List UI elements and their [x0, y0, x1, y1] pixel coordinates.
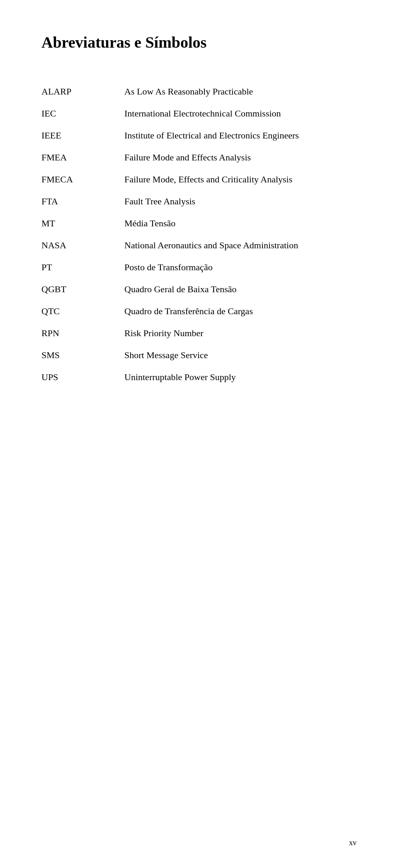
abbreviation-row: ALARPAs Low As Reasonably Practicable [41, 80, 357, 102]
abbreviation-row: NASANational Aeronautics and Space Admin… [41, 234, 357, 256]
abbreviation-row: IECInternational Electrotechnical Commis… [41, 102, 357, 124]
abbreviation-term: FTA [41, 190, 124, 212]
abbreviation-row: IEEEInstitute of Electrical and Electron… [41, 124, 357, 146]
abbreviations-table: ALARPAs Low As Reasonably PracticableIEC… [41, 80, 357, 388]
abbreviation-term: IEC [41, 102, 124, 124]
abbreviation-term: SMS [41, 344, 124, 366]
abbreviation-term: UPS [41, 366, 124, 388]
abbreviation-row: FTAFault Tree Analysis [41, 190, 357, 212]
page-title: Abreviaturas e Símbolos [41, 33, 357, 51]
abbreviation-row: FMECAFailure Mode, Effects and Criticali… [41, 168, 357, 190]
abbreviation-row: QGBTQuadro Geral de Baixa Tensão [41, 278, 357, 300]
abbreviation-definition: Failure Mode and Effects Analysis [124, 146, 357, 168]
page-number: xv [349, 839, 357, 847]
abbreviation-term: MT [41, 212, 124, 234]
abbreviation-row: FMEAFailure Mode and Effects Analysis [41, 146, 357, 168]
abbreviation-term: QGBT [41, 278, 124, 300]
abbreviation-definition: Média Tensão [124, 212, 357, 234]
abbreviation-term: ALARP [41, 80, 124, 102]
abbreviation-definition: National Aeronautics and Space Administr… [124, 234, 357, 256]
abbreviation-term: QTC [41, 300, 124, 322]
abbreviation-row: SMSShort Message Service [41, 344, 357, 366]
abbreviation-term: FMECA [41, 168, 124, 190]
abbreviation-definition: Quadro Geral de Baixa Tensão [124, 278, 357, 300]
abbreviation-term: FMEA [41, 146, 124, 168]
page: Abreviaturas e Símbolos ALARPAs Low As R… [0, 0, 398, 868]
abbreviation-term: PT [41, 256, 124, 278]
abbreviation-term: NASA [41, 234, 124, 256]
abbreviation-definition: As Low As Reasonably Practicable [124, 80, 357, 102]
abbreviation-term: RPN [41, 322, 124, 344]
abbreviation-definition: Quadro de Transferência de Cargas [124, 300, 357, 322]
abbreviation-definition: Institute of Electrical and Electronics … [124, 124, 357, 146]
abbreviation-definition: International Electrotechnical Commissio… [124, 102, 357, 124]
abbreviation-row: MTMédia Tensão [41, 212, 357, 234]
abbreviation-definition: Risk Priority Number [124, 322, 357, 344]
abbreviation-definition: Failure Mode, Effects and Criticality An… [124, 168, 357, 190]
abbreviation-definition: Short Message Service [124, 344, 357, 366]
abbreviation-term: IEEE [41, 124, 124, 146]
abbreviation-row: PTPosto de Transformação [41, 256, 357, 278]
abbreviation-row: QTCQuadro de Transferência de Cargas [41, 300, 357, 322]
abbreviation-row: RPNRisk Priority Number [41, 322, 357, 344]
abbreviation-definition: Posto de Transformação [124, 256, 357, 278]
abbreviation-row: UPSUninterruptable Power Supply [41, 366, 357, 388]
abbreviation-definition: Fault Tree Analysis [124, 190, 357, 212]
abbreviation-definition: Uninterruptable Power Supply [124, 366, 357, 388]
